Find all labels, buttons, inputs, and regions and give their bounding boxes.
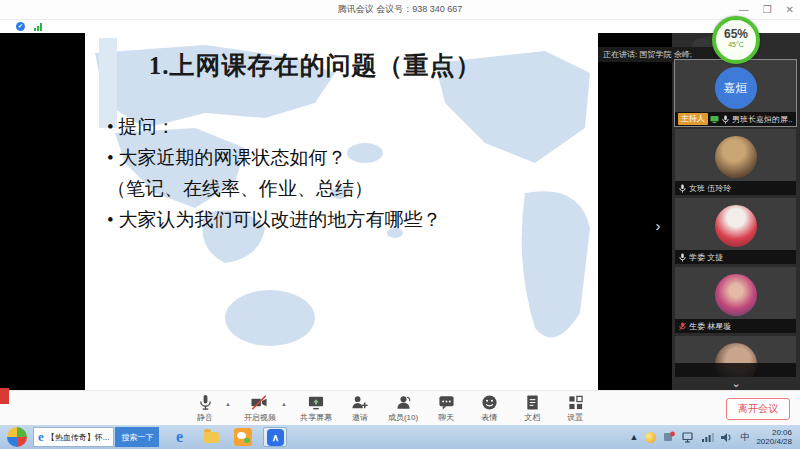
start-video-button[interactable]: 开启视频 <box>244 394 276 423</box>
participant-tile[interactable] <box>675 336 796 377</box>
taskbar-browser-item[interactable]: e 【热血传奇】怀... <box>33 427 114 447</box>
invite-icon <box>351 394 368 411</box>
memory-percent: 65% <box>716 27 756 41</box>
chat-button[interactable]: 聊天 <box>431 394 461 423</box>
mic-muted-icon <box>678 322 687 331</box>
close-button[interactable]: ✕ <box>786 0 794 20</box>
video-options-arrow[interactable]: ▲ <box>281 401 287 407</box>
participant-name: 生委 林星璇 <box>689 321 731 332</box>
mute-button[interactable]: 静音 <box>190 394 220 423</box>
toolbar-label: 聊天 <box>438 412 454 423</box>
meeting-statusbar: ✔ <box>0 20 800 33</box>
folder-icon <box>204 432 219 443</box>
document-icon <box>524 394 541 411</box>
tray-signal-icon[interactable] <box>702 432 714 442</box>
tray-network-icon[interactable] <box>682 432 695 443</box>
slide-bullet-line: • 大家近期的网课状态如何？ <box>107 142 577 173</box>
leave-meeting-button[interactable]: 离开会议 <box>726 398 790 420</box>
chat-icon <box>438 394 455 411</box>
host-badge: 主持人 <box>678 113 708 125</box>
settings-button[interactable]: 设置 <box>560 394 590 423</box>
avatar <box>715 274 757 316</box>
avatar <box>715 205 757 247</box>
screen-share-icon <box>710 115 719 124</box>
toolbar-label: 邀请 <box>352 412 368 423</box>
performance-ball[interactable]: 65% 45°C <box>712 16 760 64</box>
tray-security-icon[interactable] <box>663 431 675 443</box>
slide-bullets: • 提问： • 大家近期的网课状态如何？ （笔记、在线率、作业、总结） • 大家… <box>107 111 577 235</box>
invite-button[interactable]: 邀请 <box>345 394 375 423</box>
emoji-icon <box>481 394 498 411</box>
network-signal-icon <box>34 23 46 31</box>
meeting-main-area: 1.上网课存在的问题（重点） • 提问： • 大家近期的网课状态如何？ （笔记、… <box>0 33 800 390</box>
members-button[interactable]: 成员(10) <box>388 394 418 423</box>
toolbar-label: 成员(10) <box>388 412 418 423</box>
taskbar-wechat[interactable] <box>231 427 255 447</box>
window-title: 腾讯会议 会议号：938 340 667 <box>338 3 463 16</box>
slide-bullet-line: • 提问： <box>107 111 577 142</box>
participant-tile[interactable]: 女班 伍玲玲 <box>675 129 796 195</box>
toolbar-label: 表情 <box>481 412 497 423</box>
share-screen-icon <box>307 394 325 411</box>
mic-on-icon <box>721 115 730 124</box>
meeting-toolbar: 静音 ▲ 开启视频 ▲ 共享屏幕 邀请 成员(10) 聊天 <box>0 390 800 425</box>
slide-bullet-line: • 大家认为我们可以改进的地方有哪些？ <box>107 204 577 235</box>
participant-tile[interactable]: 生委 林星璇 <box>675 267 796 333</box>
window-titlebar: 腾讯会议 会议号：938 340 667 — ❐ ✕ <box>0 0 800 20</box>
toolbar-label: 共享屏幕 <box>300 412 332 423</box>
toolbar-label: 开启视频 <box>244 412 276 423</box>
docs-button[interactable]: 文档 <box>517 394 547 423</box>
wechat-icon <box>234 428 252 446</box>
ime-indicator[interactable]: 中 <box>740 431 749 444</box>
shared-screen-slide: 1.上网课存在的问题（重点） • 提问： • 大家近期的网课状态如何？ （笔记、… <box>85 33 598 390</box>
taskbar-meeting-app[interactable]: ∧ <box>263 427 287 447</box>
ie-icon: e <box>176 428 183 446</box>
mic-on-icon <box>678 253 687 262</box>
toolbar-label: 文档 <box>524 412 540 423</box>
windows-taskbar: e 【热血传奇】怀... 搜索一下 e ∧ ▲ 中 20:06 2020/4/2… <box>0 425 800 449</box>
tray-expand-arrow[interactable]: ▲ <box>629 432 638 442</box>
taskbar-ie-shortcut[interactable]: e <box>167 427 191 447</box>
ie-icon: e <box>38 429 44 445</box>
chevron-right-icon[interactable]: › <box>650 213 666 239</box>
participant-tile[interactable]: 学委 文捷 <box>675 198 796 264</box>
toolbar-label: 设置 <box>567 412 583 423</box>
participant-name: 学委 文捷 <box>689 252 723 263</box>
taskbar-explorer[interactable] <box>199 427 223 447</box>
participant-tile-host[interactable]: 嘉烜 主持人 男班长嘉烜的屏... <box>675 60 796 126</box>
avatar <box>715 136 757 178</box>
avatar: 嘉烜 <box>715 67 757 109</box>
chevron-down-icon[interactable]: ⌄ <box>672 377 800 390</box>
slide-bullet-line: （笔记、在线率、作业、总结） <box>107 173 577 204</box>
mic-icon <box>197 394 214 411</box>
tray-clock[interactable]: 20:06 2020/4/28 <box>756 428 792 446</box>
tray-360-icon[interactable] <box>645 432 656 443</box>
settings-grid-icon <box>567 394 584 411</box>
search-button[interactable]: 搜索一下 <box>115 427 159 447</box>
tencent-meeting-icon: ∧ <box>267 429 284 446</box>
toolbar-label: 静音 <box>197 412 213 423</box>
participant-name: 男班长嘉烜的屏... <box>732 114 793 125</box>
shield-icon: ✔ <box>16 22 25 31</box>
clock-time: 20:06 <box>756 428 792 437</box>
maximize-button[interactable]: ❐ <box>763 0 772 20</box>
start-button[interactable] <box>7 427 27 447</box>
clock-date: 2020/4/28 <box>756 437 792 446</box>
camera-off-icon <box>250 394 269 411</box>
temperature: 45°C <box>716 41 756 48</box>
screen: 腾讯会议 会议号：938 340 667 — ❐ ✕ ✔ <box>0 0 800 449</box>
taskbar-browser-title: 【热血传奇】怀... <box>47 432 110 443</box>
system-tray: ▲ 中 20:06 2020/4/28 <box>629 428 800 446</box>
tray-volume-icon[interactable] <box>721 432 733 443</box>
slide-title: 1.上网课存在的问题（重点） <box>85 49 545 82</box>
participant-name: 女班 伍玲玲 <box>689 183 731 194</box>
members-icon <box>395 394 412 411</box>
window-fragment <box>0 388 9 404</box>
mic-options-arrow[interactable]: ▲ <box>225 401 231 407</box>
share-screen-button[interactable]: 共享屏幕 <box>300 394 332 423</box>
mic-on-icon <box>678 184 687 193</box>
emoji-button[interactable]: 表情 <box>474 394 504 423</box>
